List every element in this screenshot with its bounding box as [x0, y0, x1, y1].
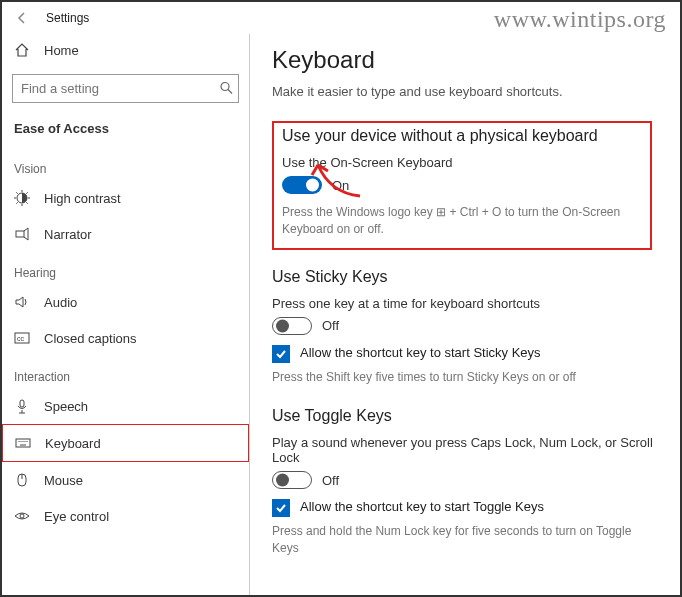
sticky-label: Press one key at a time for keyboard sho… — [272, 296, 658, 311]
svg-rect-14 — [20, 400, 24, 407]
mouse-icon — [14, 472, 30, 488]
sticky-toggle[interactable] — [272, 317, 312, 335]
eye-icon — [14, 508, 30, 524]
group-hearing: Hearing — [2, 252, 249, 284]
sidebar-home-label: Home — [44, 43, 79, 58]
sidebar-item-closed-captions[interactable]: cc Closed captions — [2, 320, 249, 356]
sidebar-item-label: Audio — [44, 295, 77, 310]
sticky-shortcut-checkbox[interactable] — [272, 345, 290, 363]
svg-line-9 — [16, 202, 17, 203]
svg-rect-11 — [16, 231, 24, 237]
sidebar-item-label: Mouse — [44, 473, 83, 488]
high-contrast-icon — [14, 190, 30, 206]
sidebar: Home Ease of Access Vision High contrast… — [2, 34, 250, 595]
togglekeys-hint: Press and hold the Num Lock key for five… — [272, 523, 658, 557]
osk-heading: Use your device without a physical keybo… — [282, 127, 642, 145]
sidebar-item-audio[interactable]: Audio — [2, 284, 249, 320]
svg-text:cc: cc — [17, 335, 25, 342]
togglekeys-shortcut-label: Allow the shortcut key to start Toggle K… — [300, 499, 544, 516]
svg-rect-15 — [16, 439, 30, 447]
sidebar-item-keyboard[interactable]: Keyboard — [2, 424, 249, 462]
audio-icon — [14, 294, 30, 310]
speech-icon — [14, 398, 30, 414]
windows-logo-icon: ⊞ — [436, 205, 446, 219]
sticky-shortcut-label: Allow the shortcut key to start Sticky K… — [300, 345, 541, 362]
sidebar-item-eye-control[interactable]: Eye control — [2, 498, 249, 534]
sidebar-item-label: Keyboard — [45, 436, 101, 451]
narrator-icon — [14, 226, 30, 242]
back-icon[interactable] — [10, 11, 34, 25]
osk-toggle[interactable] — [282, 176, 322, 194]
sidebar-item-label: Eye control — [44, 509, 109, 524]
osk-label: Use the On-Screen Keyboard — [282, 155, 642, 170]
osk-hint: Press the Windows logo key ⊞ + Ctrl + O … — [282, 204, 642, 238]
togglekeys-heading: Use Toggle Keys — [272, 407, 658, 425]
page-title: Keyboard — [272, 46, 658, 74]
sidebar-item-label: Speech — [44, 399, 88, 414]
togglekeys-toggle[interactable] — [272, 471, 312, 489]
svg-line-8 — [26, 202, 27, 203]
keyboard-icon — [15, 435, 31, 451]
togglekeys-label: Play a sound whenever you press Caps Loc… — [272, 435, 658, 465]
sidebar-item-high-contrast[interactable]: High contrast — [2, 180, 249, 216]
sidebar-category: Ease of Access — [2, 113, 249, 148]
togglekeys-toggle-state: Off — [322, 473, 339, 488]
sidebar-item-narrator[interactable]: Narrator — [2, 216, 249, 252]
svg-point-24 — [20, 514, 24, 518]
group-vision: Vision — [2, 148, 249, 180]
svg-line-7 — [16, 192, 17, 193]
highlight-box: Use your device without a physical keybo… — [272, 121, 652, 250]
home-icon — [14, 42, 30, 58]
window-title: Settings — [46, 11, 89, 25]
svg-line-10 — [26, 192, 27, 193]
osk-toggle-state: On — [332, 178, 349, 193]
sidebar-item-speech[interactable]: Speech — [2, 388, 249, 424]
group-interaction: Interaction — [2, 356, 249, 388]
search-input[interactable] — [12, 74, 239, 103]
sticky-hint: Press the Shift key five times to turn S… — [272, 369, 658, 386]
sticky-heading: Use Sticky Keys — [272, 268, 658, 286]
cc-icon: cc — [14, 330, 30, 346]
sidebar-item-mouse[interactable]: Mouse — [2, 462, 249, 498]
sidebar-item-label: Closed captions — [44, 331, 137, 346]
sidebar-item-label: High contrast — [44, 191, 121, 206]
page-subtitle: Make it easier to type and use keyboard … — [272, 84, 658, 99]
main-panel: Keyboard Make it easier to type and use … — [250, 34, 680, 595]
search-box[interactable] — [12, 74, 239, 103]
togglekeys-shortcut-checkbox[interactable] — [272, 499, 290, 517]
sidebar-home[interactable]: Home — [2, 34, 249, 66]
sidebar-item-label: Narrator — [44, 227, 92, 242]
sticky-toggle-state: Off — [322, 318, 339, 333]
